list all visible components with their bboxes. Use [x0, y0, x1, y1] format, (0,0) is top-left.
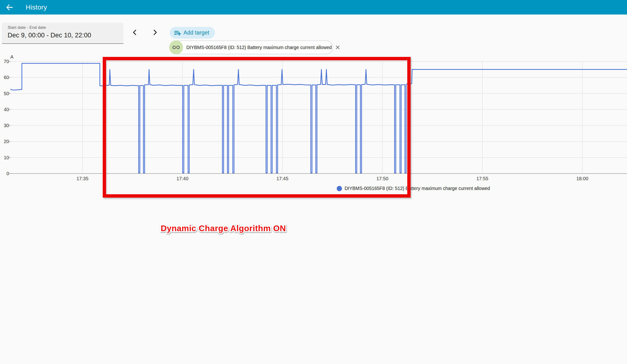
y-tick-label: 50	[4, 91, 9, 96]
y-tick-label: 30	[4, 123, 9, 128]
x-tick-label: 18:00	[576, 176, 588, 181]
back-button[interactable]	[2, 0, 17, 14]
y-tick-label: 60	[4, 75, 9, 80]
y-axis-unit-label: A	[10, 54, 14, 59]
annotation-text: Dynamic Charge Algorithm ON	[150, 224, 297, 233]
y-tick-label: 0	[6, 171, 9, 176]
y-tick-label: 70	[4, 59, 9, 64]
y-tick-label: 10	[4, 155, 9, 160]
y-tick-label: 20	[4, 139, 9, 144]
app-bar: History	[0, 0, 627, 14]
x-tick-label: 17:35	[76, 176, 88, 181]
annotation-red-box	[103, 57, 411, 198]
y-tick-label: 40	[4, 107, 9, 112]
history-screen: History Start date - End date Dec 9, 00:…	[0, 0, 627, 364]
page-title: History	[26, 3, 47, 11]
back-arrow-icon	[5, 3, 14, 12]
x-tick-label: 17:55	[476, 176, 488, 181]
